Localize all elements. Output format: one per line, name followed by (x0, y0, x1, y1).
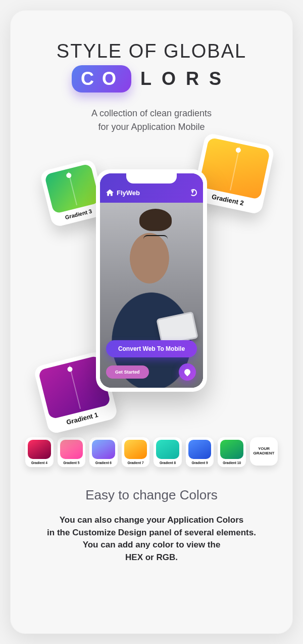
swatch-card-your-gradient[interactable]: YOUR GRADIENT (250, 437, 278, 466)
section-body-l1: You can also change your Application Col… (60, 515, 244, 525)
page-title-line2: CO LORS (25, 65, 278, 93)
gradient-row: Gradient 4 Gradient 5 Gradient 6 Gradien… (25, 437, 278, 467)
page-subtitle: A collection of clean gradients for your… (25, 107, 278, 134)
home-icon (106, 190, 114, 196)
app-name: FlyWeb (117, 189, 140, 197)
hero-photo (100, 203, 203, 388)
swatch-card-g5[interactable]: Gradient 5 (58, 437, 86, 467)
swatch-icon (44, 163, 100, 214)
title-rest: LORS (140, 68, 231, 89)
swatch-label: Gradient 9 (188, 461, 212, 465)
swatch-label: Gradient 7 (124, 461, 147, 465)
swatch-icon (198, 137, 270, 200)
swatch-icon (28, 440, 51, 459)
swatch-icon (220, 440, 243, 459)
phone-screen: FlyWeb Convert Web To Mobile Get Started (100, 173, 203, 388)
swatch-card-g6[interactable]: Gradient 6 (89, 437, 118, 467)
subtitle-l2: for your Application Mobile (98, 122, 205, 132)
phone-notch (126, 173, 177, 183)
page-title-line1: STYLE OF GLOBAL (25, 40, 278, 62)
swatch-card-g8[interactable]: Gradient 8 (154, 437, 182, 467)
swatch-icon (156, 440, 179, 459)
swatch-label: Gradient 10 (220, 461, 243, 465)
swatch-icon (124, 440, 147, 459)
app-title: FlyWeb (106, 189, 140, 197)
section-body-l2: in the Customize Design panel of several… (47, 528, 256, 537)
swatch-icon (92, 440, 115, 459)
cta-get-started-button[interactable]: Get Started (106, 365, 149, 379)
section-body: You can also change your Application Col… (25, 514, 278, 564)
swatch-label: Gradient 4 (28, 461, 51, 465)
fab-edit-button[interactable] (179, 363, 196, 381)
swatch-card-g9[interactable]: Gradient 9 (186, 437, 214, 467)
section-title: Easy to change Colors (25, 487, 278, 503)
swatch-card-g7[interactable]: Gradient 7 (122, 437, 150, 467)
swatch-icon (60, 440, 83, 459)
swatch-label: Gradient 6 (92, 461, 115, 465)
page: STYLE OF GLOBAL CO LORS A collection of … (10, 10, 293, 634)
section-body-l3: You can add any color to view the (83, 540, 221, 549)
section-body-l4: HEX or RGB. (125, 553, 178, 562)
phone-mockup: FlyWeb Convert Web To Mobile Get Started (96, 169, 207, 392)
swatch-card-g4[interactable]: Gradient 4 (25, 437, 54, 467)
swatch-icon (188, 440, 212, 459)
reload-icon[interactable] (190, 189, 197, 196)
subtitle-l1: A collection of clean gradients (91, 108, 212, 118)
hero-area: Gradient 3 Gradient 2 Gradient 1 FlyWeb (25, 149, 278, 432)
swatch-card-g10[interactable]: Gradient 10 (218, 437, 246, 467)
cta-convert-button[interactable]: Convert Web To Mobile (106, 340, 197, 357)
swatch-label: Gradient 5 (60, 461, 83, 465)
title-pill: CO (72, 65, 131, 93)
swatch-label: Gradient 8 (156, 461, 179, 465)
